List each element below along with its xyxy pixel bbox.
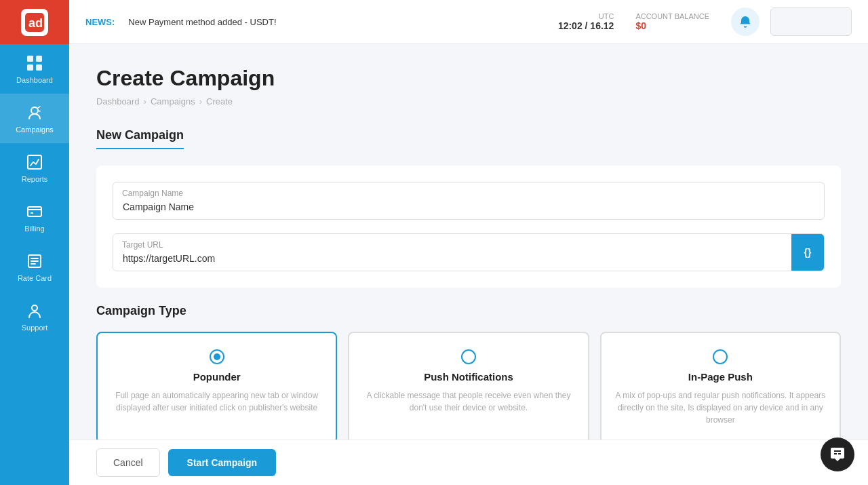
campaign-name-input[interactable] (113, 182, 825, 220)
topbar: NEWS: New Payment method added - USDT! U… (69, 0, 868, 44)
sidebar-item-label-reports: Reports (22, 175, 48, 183)
chat-bubble-button[interactable] (821, 438, 854, 471)
sidebar-logo: ad (0, 0, 69, 44)
news-badge: NEWS: (85, 17, 115, 27)
campaign-type-title: Campaign Type (96, 304, 841, 318)
utc-label: UTC (558, 12, 614, 20)
sidebar-item-support[interactable]: Support (0, 292, 69, 341)
url-input-group: {} (113, 233, 825, 271)
campaigns-icon (25, 103, 44, 122)
campaign-types-grid: Popunder Full page an automatically appe… (96, 332, 841, 444)
in-page-push-name: In-Page Push (688, 371, 753, 383)
account-balance-value: $0 (635, 20, 709, 31)
push-notifications-name: Push Notifications (424, 371, 513, 383)
push-notifications-desc: A clickable message that people receive … (363, 389, 574, 414)
start-campaign-button[interactable]: Start Campaign (168, 449, 276, 476)
sidebar-item-label-dashboard: Dashboard (16, 76, 53, 84)
page-title: Create Campaign (96, 66, 841, 91)
svg-rect-8 (28, 207, 41, 216)
url-action-button[interactable]: {} (791, 234, 824, 271)
main-area: NEWS: New Payment method added - USDT! U… (69, 0, 868, 485)
popunder-name: Popunder (193, 371, 241, 383)
new-campaign-section: New Campaign Campaign Name Target URL {} (96, 128, 841, 288)
in-page-push-desc: A mix of pop-ups and regular push notifi… (615, 389, 826, 426)
reports-icon (25, 153, 44, 172)
campaign-form-card: Campaign Name Target URL {} (96, 166, 841, 288)
app-logo: ad (21, 9, 48, 36)
breadcrumb-dashboard[interactable]: Dashboard (96, 96, 140, 106)
utc-block: UTC 12:02 / 16.12 (558, 12, 614, 31)
sidebar-item-billing[interactable]: Billing (0, 193, 69, 242)
svg-rect-3 (36, 56, 42, 62)
target-url-group: Target URL {} (113, 233, 825, 271)
breadcrumb: Dashboard › Campaigns › Create (96, 96, 841, 106)
target-url-input[interactable] (113, 234, 791, 271)
popunder-radio (210, 349, 224, 364)
rate-card-icon (25, 252, 44, 271)
svg-rect-7 (28, 155, 41, 169)
campaign-type-section: Campaign Type Popunder Full page an auto… (96, 304, 841, 444)
sidebar-item-dashboard[interactable]: Dashboard (0, 44, 69, 94)
breadcrumb-create: Create (206, 96, 233, 106)
svg-rect-9 (31, 212, 33, 214)
sidebar-item-rate-card[interactable]: Rate Card (0, 242, 69, 292)
breadcrumb-campaigns[interactable]: Campaigns (151, 96, 195, 106)
dashboard-icon (25, 54, 44, 73)
popunder-desc: Full page an automatically appearing new… (111, 389, 322, 414)
support-icon (25, 301, 44, 320)
account-balance-label: ACCOUNT BALANCE (635, 12, 709, 20)
campaign-type-push-notifications[interactable]: Push Notifications A clickable message t… (348, 332, 589, 444)
sidebar-item-label-campaigns: Campaigns (16, 125, 54, 134)
sidebar-item-campaigns[interactable]: Campaigns (0, 94, 69, 143)
user-menu-button[interactable] (770, 7, 852, 36)
account-balance-block: ACCOUNT BALANCE $0 (635, 12, 709, 31)
cancel-button[interactable]: Cancel (96, 448, 160, 477)
url-btn-icon: {} (804, 247, 812, 258)
svg-rect-2 (27, 56, 33, 62)
sidebar-item-label-rate-card: Rate Card (18, 274, 52, 282)
content-area: Create Campaign Dashboard › Campaigns › … (69, 44, 868, 485)
svg-rect-4 (27, 64, 33, 71)
campaign-type-in-page-push[interactable]: In-Page Push A mix of pop-ups and regula… (600, 332, 841, 444)
svg-rect-5 (36, 64, 42, 71)
svg-point-6 (31, 107, 38, 114)
campaign-type-popunder[interactable]: Popunder Full page an automatically appe… (96, 332, 337, 444)
in-page-push-radio (713, 349, 728, 364)
new-campaign-title: New Campaign (96, 128, 184, 149)
sidebar-item-label-billing: Billing (24, 225, 44, 233)
breadcrumb-sep-2: › (199, 96, 202, 106)
sidebar-item-reports[interactable]: Reports (0, 143, 69, 193)
sidebar: ad Dashboard Campaigns (0, 0, 69, 485)
sidebar-item-label-support: Support (22, 324, 48, 332)
utc-time: 12:02 / 16.12 (558, 20, 614, 31)
svg-text:ad: ad (28, 16, 43, 30)
footer-actions: Cancel Start Campaign (69, 440, 868, 485)
campaign-name-group: Campaign Name (113, 182, 825, 220)
notifications-bell-button[interactable] (731, 7, 760, 36)
billing-icon (25, 202, 44, 221)
breadcrumb-sep-1: › (144, 96, 146, 106)
news-text: New Payment method added - USDT! (128, 17, 276, 27)
push-notifications-radio (461, 349, 476, 364)
svg-point-11 (32, 305, 37, 311)
